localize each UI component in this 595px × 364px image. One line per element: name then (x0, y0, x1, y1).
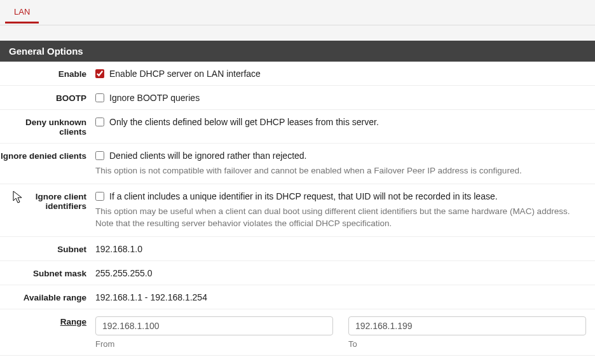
checkbox-ignore-denied[interactable] (95, 151, 104, 160)
label-range: Range (0, 316, 95, 327)
label-ignore-denied: Ignore denied clients (0, 150, 95, 161)
value-subnet-mask: 255.255.255.0 (95, 268, 153, 278)
section-header-general-options: General Options (0, 41, 595, 62)
row-subnet-mask: Subnet mask 255.255.255.0 (0, 261, 595, 285)
checkbox-label-deny-unknown: Only the clients defined below will get … (109, 117, 379, 127)
col-ignore-client-ids: If a client includes a unique identifier… (95, 191, 595, 230)
range-from-input[interactable] (95, 316, 333, 335)
row-range: Range From To (0, 309, 595, 356)
row-available-range: Available range 192.168.1.1 - 192.168.1.… (0, 285, 595, 309)
checkbox-label-enable: Enable DHCP server on LAN interface (109, 69, 261, 79)
row-enable: Enable Enable DHCP server on LAN interfa… (0, 62, 595, 86)
checkbox-enable[interactable] (95, 69, 104, 78)
help-ignore-client-ids: This option may be useful when a client … (95, 205, 586, 230)
value-subnet: 192.168.1.0 (95, 244, 142, 254)
range-from-sublabel: From (95, 339, 333, 349)
label-available-range: Available range (0, 292, 95, 302)
label-bootp: BOOTP (0, 92, 95, 103)
col-bootp: Ignore BOOTP queries (95, 92, 595, 103)
col-subnet: 192.168.1.0 (95, 243, 595, 254)
range-to-sublabel: To (348, 339, 586, 349)
tab-bar: LAN (0, 0, 595, 25)
range-to-input[interactable] (348, 316, 586, 335)
checkbox-label-ignore-denied: Denied clients will be ignored rather th… (109, 151, 307, 161)
checkbox-label-ignore-client-ids: If a client includes a unique identifier… (109, 191, 498, 201)
help-ignore-denied: This option is not compatible with failo… (95, 165, 586, 177)
row-subnet: Subnet 192.168.1.0 (0, 237, 595, 261)
checkbox-deny-unknown[interactable] (95, 118, 104, 126)
col-subnet-mask: 255.255.255.0 (95, 267, 595, 278)
row-ignore-denied: Ignore denied clients Denied clients wil… (0, 144, 595, 184)
checkbox-label-bootp: Ignore BOOTP queries (109, 93, 200, 103)
col-deny-unknown: Only the clients defined below will get … (95, 116, 595, 127)
label-deny-unknown: Deny unknown clients (0, 116, 95, 137)
col-ignore-denied: Denied clients will be ignored rather th… (95, 150, 595, 177)
value-available-range: 192.168.1.1 - 192.168.1.254 (95, 292, 207, 302)
label-enable: Enable (0, 68, 95, 79)
checkbox-ignore-client-ids[interactable] (95, 192, 104, 201)
col-available-range: 192.168.1.1 - 192.168.1.254 (95, 292, 595, 302)
tab-lan[interactable]: LAN (5, 0, 39, 24)
row-deny-unknown: Deny unknown clients Only the clients de… (0, 110, 595, 144)
tab-spacer (0, 25, 595, 41)
checkbox-bootp[interactable] (95, 93, 104, 102)
label-ignore-client-ids: Ignore client identifiers (0, 191, 95, 211)
row-bootp: BOOTP Ignore BOOTP queries (0, 86, 595, 110)
label-subnet: Subnet (0, 243, 95, 254)
label-subnet-mask: Subnet mask (0, 267, 95, 278)
row-ignore-client-ids: Ignore client identifiers If a client in… (0, 184, 595, 237)
col-range: From To (95, 316, 595, 349)
col-enable: Enable DHCP server on LAN interface (95, 68, 595, 79)
